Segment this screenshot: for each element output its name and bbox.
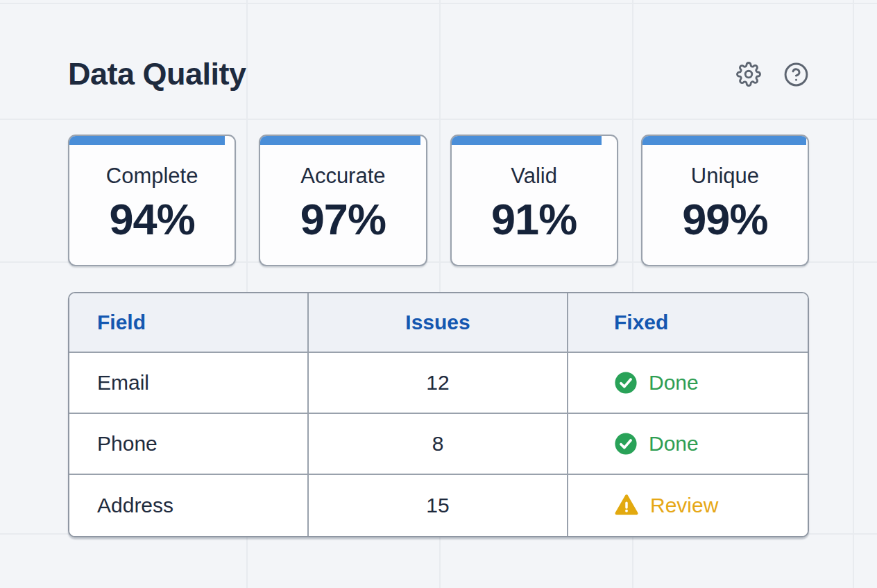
column-header-fixed: Fixed bbox=[568, 293, 808, 352]
progress-strip bbox=[260, 136, 420, 145]
metric-label: Complete bbox=[106, 164, 198, 189]
data-quality-table: Field Issues Fixed Email 12 Done Phone 8 bbox=[68, 292, 809, 537]
metric-value: 91% bbox=[491, 194, 577, 244]
data-quality-page: Data Quality bbox=[0, 50, 877, 537]
settings-button[interactable] bbox=[735, 61, 762, 87]
progress-strip bbox=[452, 136, 602, 145]
field-cell: Address bbox=[69, 475, 309, 536]
progress-strip bbox=[69, 136, 225, 145]
progress-strip bbox=[642, 136, 806, 145]
metric-value: 97% bbox=[300, 194, 386, 244]
metric-cards: Complete 94% Accurate 97% Valid 91% Uniq… bbox=[68, 135, 809, 266]
metric-card-accurate: Accurate 97% bbox=[259, 135, 427, 266]
table-row[interactable]: Email 12 Done bbox=[69, 353, 808, 414]
help-button[interactable] bbox=[783, 61, 809, 87]
metric-value: 94% bbox=[110, 194, 195, 244]
metric-card-complete: Complete 94% bbox=[68, 135, 236, 266]
field-cell: Email bbox=[69, 353, 309, 413]
fixed-cell: Done bbox=[568, 353, 808, 413]
check-circle-icon bbox=[614, 371, 638, 395]
help-circle-icon bbox=[783, 62, 809, 87]
status-badge: Review bbox=[650, 494, 718, 517]
issues-cell: 15 bbox=[309, 475, 568, 536]
table-header-row: Field Issues Fixed bbox=[69, 293, 808, 353]
warning-triangle-icon bbox=[614, 493, 639, 518]
metric-value: 99% bbox=[682, 194, 767, 244]
table-row[interactable]: Address 15 Review bbox=[69, 475, 808, 536]
fixed-cell: Review bbox=[568, 475, 808, 536]
metric-card-unique: Unique 99% bbox=[641, 135, 809, 266]
column-header-issues: Issues bbox=[309, 293, 568, 352]
page-header: Data Quality bbox=[68, 50, 809, 98]
header-actions bbox=[735, 61, 809, 87]
metric-label: Unique bbox=[691, 164, 759, 189]
page-title: Data Quality bbox=[68, 56, 246, 92]
metric-label: Valid bbox=[511, 164, 557, 189]
issues-cell: 8 bbox=[309, 414, 568, 474]
background-gridline-horizontal bbox=[0, 3, 877, 4]
field-cell: Phone bbox=[69, 414, 309, 474]
fixed-cell: Done bbox=[568, 414, 808, 474]
check-circle-icon bbox=[614, 432, 638, 456]
status-badge: Done bbox=[649, 432, 699, 456]
issues-cell: 12 bbox=[309, 353, 568, 413]
gear-icon bbox=[736, 62, 761, 87]
metric-card-valid: Valid 91% bbox=[450, 135, 618, 266]
status-badge: Done bbox=[649, 371, 699, 395]
metric-label: Accurate bbox=[300, 164, 385, 189]
column-header-field: Field bbox=[69, 293, 309, 352]
table-row[interactable]: Phone 8 Done bbox=[69, 414, 808, 475]
